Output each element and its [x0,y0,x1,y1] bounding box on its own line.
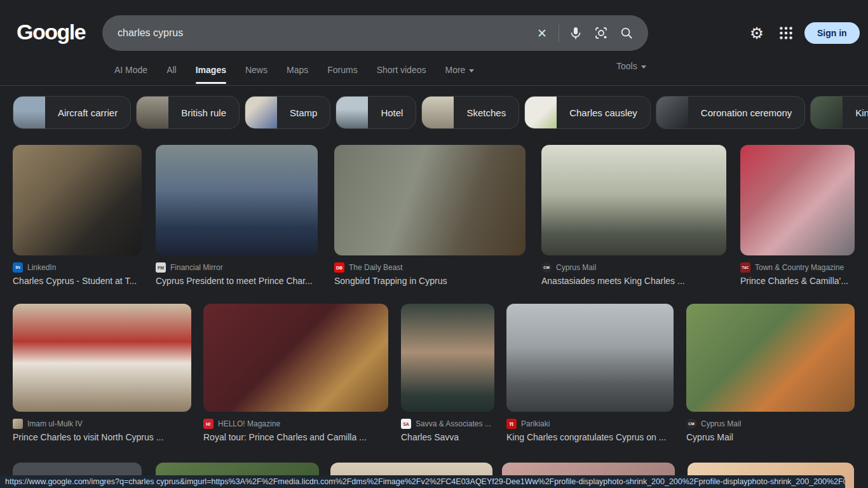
chip-thumbnail [656,97,688,128]
search-bar[interactable]: ✕ [102,15,648,51]
result-source: HELLO! Magazine [218,419,280,428]
tab-short-videos[interactable]: Short videos [377,65,426,79]
tab-all[interactable]: All [166,65,177,79]
parikiaki-favicon: π [506,419,517,429]
chip-thumbnail [422,97,454,128]
result-thumbnail[interactable] [334,145,526,255]
result-source: Cyprus Mail [556,263,596,272]
image-result[interactable]: T&CTown & Country Magazine Prince Charle… [740,145,855,286]
image-result[interactable]: SASavva & Associates ... Charles Savva [401,304,494,442]
sign-in-button[interactable]: Sign in [804,22,860,44]
chip-thumbnail [336,97,368,128]
chevron-down-icon [641,65,646,69]
savva-associates-favicon: SA [401,419,411,429]
related-searches-chips: Aircraft carrier British rule Stamp Hote… [13,96,868,129]
tab-forums[interactable]: Forums [327,65,357,79]
search-input[interactable] [102,15,529,51]
result-title[interactable]: Prince Charles to visit North Cyprus ... [13,432,191,442]
header-divider [0,85,868,86]
image-result[interactable]: CMCyprus Mail Cyprus Mail [686,304,855,442]
settings-gear-icon[interactable]: ⚙ [747,24,766,43]
daily-beast-favicon: DB [334,262,344,273]
result-title[interactable]: Prince Charles & Camilla'... [740,276,855,286]
result-title[interactable]: Cyprus Mail [686,432,855,442]
result-title[interactable]: Anastasiades meets King Charles ... [541,276,726,286]
tab-ai-mode[interactable]: AI Mode [114,65,147,79]
chip-british-rule[interactable]: British rule [136,96,240,129]
tab-images[interactable]: Images [196,65,226,79]
cyprus-mail-favicon: CM [686,419,696,429]
result-source: Imam ul-Mulk IV [27,419,83,428]
result-thumbnail[interactable] [740,145,855,255]
financial-mirror-favicon: FM [156,262,166,273]
result-source: Savva & Associates ... [416,419,491,428]
town-country-favicon: T&C [740,262,750,273]
chip-hotel[interactable]: Hotel [336,96,416,129]
chevron-down-icon [469,69,474,72]
result-thumbnail[interactable] [156,145,318,255]
tab-news[interactable]: News [245,65,268,79]
result-thumbnail[interactable] [506,304,674,412]
chip-thumbnail [13,97,45,128]
image-result[interactable]: πParikiaki King Charles congratulates Cy… [506,304,674,442]
result-source: Cyprus Mail [701,419,741,428]
microphone-icon[interactable] [563,20,588,46]
result-source: Town & Country Magazine [755,263,844,272]
result-thumbnail[interactable] [686,304,855,412]
google-apps-icon[interactable] [778,25,794,44]
browser-status-bar: https://www.google.com/imgres?q=charles … [0,475,845,488]
search-mode-tabs: AI Mode All Images News Maps Forums Shor… [114,61,474,83]
result-thumbnail[interactable] [541,145,726,255]
result-title[interactable]: Songbird Trapping in Cyprus [334,276,526,286]
chip-king-charles[interactable]: King charles [810,96,868,129]
clear-icon[interactable]: ✕ [529,20,555,46]
chip-thumbnail [811,97,843,128]
tools-button[interactable]: Tools [616,61,646,71]
image-result[interactable]: DBThe Daily Beast Songbird Trapping in C… [334,145,526,286]
result-thumbnail[interactable] [13,304,191,412]
result-source: The Daily Beast [349,263,403,272]
result-title[interactable]: King Charles congratulates Cyprus on ... [506,432,674,442]
chip-thumbnail [137,97,168,128]
result-title[interactable]: Royal tour: Prince Charles and Camilla .… [203,432,388,442]
image-result[interactable]: H!HELLO! Magazine Royal tour: Prince Cha… [203,304,388,442]
status-url: https://www.google.com/imgres?q=charles … [0,477,845,486]
linkedin-favicon: in [13,262,23,273]
hello-magazine-favicon: H! [203,419,214,429]
tab-maps[interactable]: Maps [287,65,308,79]
result-title[interactable]: Cyprus President to meet Prince Char... [156,276,318,286]
search-icon[interactable] [614,20,639,46]
chip-thumbnail [525,97,557,128]
search-divider [559,25,559,41]
imam-ul-mulk-favicon [13,419,23,429]
chip-thumbnail [245,97,277,128]
image-result[interactable]: inLinkedIn Charles Cyprus - Student at T… [13,145,142,286]
result-thumbnail[interactable] [13,145,142,255]
lens-icon[interactable] [588,20,614,46]
result-thumbnail[interactable] [401,304,494,412]
result-title[interactable]: Charles Cyprus - Student at T... [13,276,142,286]
chip-aircraft-carrier[interactable]: Aircraft carrier [13,96,131,129]
chip-charles-causley[interactable]: Charles causley [524,96,651,129]
result-source: Parikiaki [521,419,550,428]
tab-more[interactable]: More [445,65,474,79]
chip-sketches[interactable]: Sketches [421,96,519,129]
google-logo[interactable]: Google [17,20,85,44]
chip-stamp[interactable]: Stamp [245,96,330,129]
result-source: Financial Mirror [170,263,223,272]
image-result[interactable]: FMFinancial Mirror Cyprus President to m… [156,145,318,286]
result-title[interactable]: Charles Savva [401,432,494,442]
result-thumbnail[interactable] [203,304,388,412]
image-result[interactable]: CMCyprus Mail Anastasiades meets King Ch… [541,145,726,286]
image-result[interactable]: Imam ul-Mulk IV Prince Charles to visit … [13,304,191,442]
result-source: LinkedIn [27,263,56,272]
chip-coronation-ceremony[interactable]: Coronation ceremony [656,96,805,129]
cyprus-mail-favicon: CM [541,262,552,273]
